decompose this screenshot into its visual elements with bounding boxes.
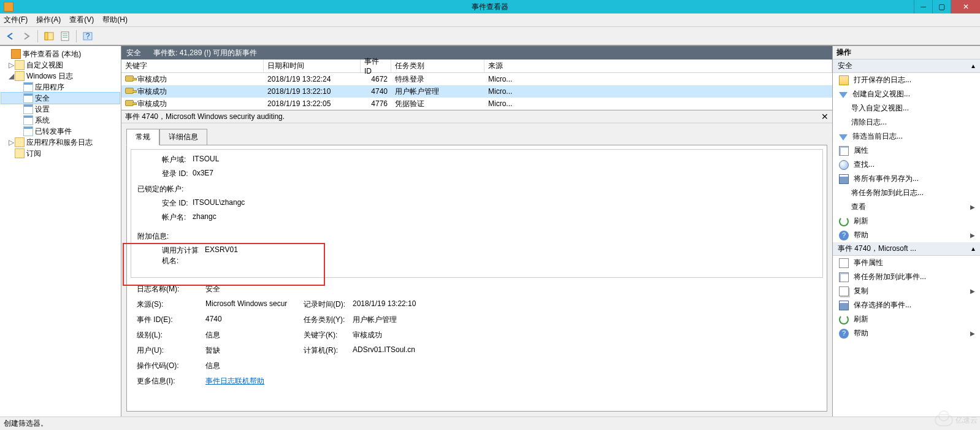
label: 事件 ID(E): xyxy=(137,315,205,325)
nav-forward-button[interactable] xyxy=(20,29,33,43)
value: 2018/1/19 13:22:10 xyxy=(353,299,416,310)
link-online-help[interactable]: 事件日志联机帮助 xyxy=(205,377,264,385)
action-open-saved-log[interactable]: 打开保存的日志... xyxy=(833,73,980,87)
action-properties[interactable]: 属性 xyxy=(833,144,980,158)
menu-help[interactable]: 帮助(H) xyxy=(102,15,128,25)
event-properties-icon xyxy=(839,258,849,268)
label: 安全 ID: xyxy=(137,198,193,209)
value: 安全 xyxy=(205,284,304,294)
value: 4740 xyxy=(205,315,304,325)
tree-apps-services[interactable]: ▷应用程序和服务日志 xyxy=(1,137,120,148)
menu-file[interactable]: 文件(F) xyxy=(4,15,28,25)
window-title: 事件查看器 xyxy=(472,2,508,12)
filter-icon xyxy=(839,92,848,98)
key-icon xyxy=(125,88,134,94)
minimize-button[interactable]: ─ xyxy=(914,0,932,13)
properties-button[interactable] xyxy=(58,29,72,43)
action-save-all[interactable]: 将所有事件另存为... xyxy=(833,172,980,186)
tree-item-system[interactable]: 系统 xyxy=(1,115,120,126)
tree-label: 应用程序 xyxy=(35,82,64,93)
column-headers: 关键字 日期和时间 事件 ID 任务类别 来源 xyxy=(121,60,832,73)
center-header: 安全 事件数: 41,289 (!) 可用的新事件 xyxy=(121,46,832,60)
label: 调用方计算机名: xyxy=(137,245,205,266)
folder-open-icon xyxy=(839,75,849,85)
table-row[interactable]: 审核成功2018/1/19 13:22:244672特殊登录Micro... xyxy=(121,73,832,85)
section-extra: 附加信息: xyxy=(137,231,816,242)
close-button[interactable]: ✕ xyxy=(951,0,980,13)
titlebar: 事件查看器 ─ ▢ ✕ xyxy=(0,0,980,13)
tree-label: 订阅 xyxy=(26,148,41,159)
filter-icon xyxy=(839,134,848,140)
action-create-view[interactable]: 创建自定义视图... xyxy=(833,87,980,101)
tab-details[interactable]: 详细信息 xyxy=(159,129,207,145)
help-icon: ? xyxy=(839,329,849,339)
value: 暂缺 xyxy=(205,345,304,356)
nav-back-button[interactable] xyxy=(4,29,17,43)
tree-root-label: 事件查看器 (本地) xyxy=(23,49,81,60)
maximize-button[interactable]: ▢ xyxy=(932,0,951,13)
tree-pane[interactable]: 事件查看器 (本地) ▷自定义视图 ◢Windows 日志 应用程序 安全 设置… xyxy=(0,46,121,417)
tree-root[interactable]: 事件查看器 (本地) xyxy=(1,48,120,60)
refresh-icon xyxy=(839,315,849,324)
tree-label: 系统 xyxy=(35,115,50,126)
event-description-box[interactable]: 帐户域:ITSOUL 登录 ID:0x3E7 已锁定的帐户: 安全 ID:ITS… xyxy=(131,149,823,278)
menu-view[interactable]: 查看(V) xyxy=(69,15,94,25)
toolbar: ? xyxy=(0,27,980,45)
tree-item-application[interactable]: 应用程序 xyxy=(1,82,120,93)
tree-label: 设置 xyxy=(35,104,50,115)
action-filter-log[interactable]: 筛选当前日志... xyxy=(833,129,980,144)
tab-general[interactable]: 常规 xyxy=(126,129,159,145)
col-task[interactable]: 任务类别 xyxy=(391,60,484,72)
actions-title: 操作 xyxy=(833,46,980,60)
find-icon xyxy=(839,160,849,170)
label: 日志名称(M): xyxy=(137,284,205,294)
action-import-view[interactable]: 导入自定义视图... xyxy=(833,101,980,115)
label: 用户(U): xyxy=(137,345,205,356)
col-datetime[interactable]: 日期和时间 xyxy=(264,60,361,72)
action-attach-task-log[interactable]: 将任务附加到此日志... xyxy=(833,186,980,200)
action-refresh[interactable]: 刷新 xyxy=(833,214,980,228)
copy-icon xyxy=(839,286,849,296)
section-locked-account: 已锁定的帐户: xyxy=(137,184,816,194)
action-help2[interactable]: ?帮助▶ xyxy=(833,326,980,340)
value-logon-id: 0x3E7 xyxy=(193,169,213,179)
tree-windows-logs[interactable]: ◢Windows 日志 xyxy=(1,71,120,82)
action-clear-log[interactable]: 清除日志... xyxy=(833,115,980,129)
col-event-id[interactable]: 事件 ID xyxy=(361,60,391,72)
tree-subscriptions[interactable]: 订阅 xyxy=(1,148,120,159)
action-save-selected[interactable]: 保存选择的事件... xyxy=(833,298,980,312)
tree-label: 已转发事件 xyxy=(35,126,72,137)
statusbar: 创建筛选器。 xyxy=(0,417,980,430)
label: 帐户域: xyxy=(137,155,193,165)
label: 登录 ID: xyxy=(137,169,193,179)
col-source[interactable]: 来源 xyxy=(484,60,832,72)
action-view[interactable]: 查看▶ xyxy=(833,200,980,214)
save-icon xyxy=(839,174,849,184)
tree-custom-views[interactable]: ▷自定义视图 xyxy=(1,60,120,71)
detail-close-button[interactable]: ✕ xyxy=(821,112,829,121)
action-attach-task-event[interactable]: 将任务附加到此事件... xyxy=(833,270,980,284)
value-caller-computer: EXSRV01 xyxy=(205,245,238,266)
action-find[interactable]: 查找... xyxy=(833,158,980,172)
tree-item-security[interactable]: 安全 xyxy=(1,93,120,104)
tree-item-setup[interactable]: 设置 xyxy=(1,104,120,115)
save-icon xyxy=(839,301,849,310)
table-row[interactable]: 审核成功2018/1/19 13:22:104740用户帐户管理Micro... xyxy=(121,85,832,98)
action-refresh2[interactable]: 刷新 xyxy=(833,312,980,326)
actions-header-security: 安全▲ xyxy=(833,60,980,73)
tree-item-forwarded[interactable]: 已转发事件 xyxy=(1,126,120,137)
action-event-properties[interactable]: 事件属性 xyxy=(833,256,980,270)
show-hide-tree-button[interactable] xyxy=(42,29,56,43)
menu-action[interactable]: 操作(A) xyxy=(36,15,61,25)
help-button[interactable]: ? xyxy=(81,29,94,43)
label: 记录时间(D): xyxy=(304,299,353,310)
col-keyword[interactable]: 关键字 xyxy=(121,60,264,72)
key-icon xyxy=(125,75,134,82)
table-row[interactable]: 审核成功2018/1/19 13:22:054776凭据验证Micro... xyxy=(121,98,832,110)
action-copy[interactable]: 复制▶ xyxy=(833,284,980,298)
action-help[interactable]: ?帮助▶ xyxy=(833,228,980,242)
help-icon: ? xyxy=(839,231,849,240)
actions-header-event: 事件 4740，Microsoft ...▲ xyxy=(833,242,980,256)
actions-pane: 操作 安全▲ 打开保存的日志... 创建自定义视图... 导入自定义视图... … xyxy=(833,46,980,417)
attach-task-icon xyxy=(839,272,849,282)
